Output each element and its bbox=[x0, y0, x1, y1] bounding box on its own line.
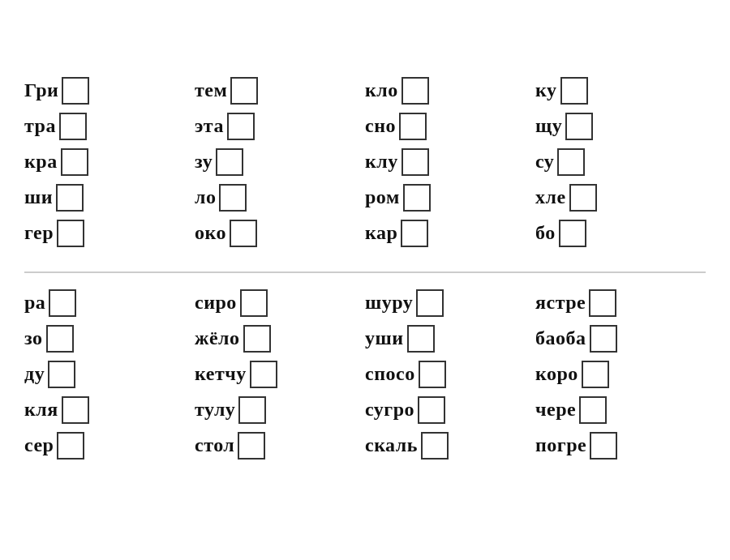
answer-box[interactable] bbox=[421, 432, 449, 460]
word-row: бо bbox=[535, 220, 706, 247]
word-row: сер bbox=[24, 432, 195, 460]
answer-box[interactable] bbox=[582, 361, 609, 388]
word-row: тулу bbox=[195, 396, 365, 424]
word-row: клу bbox=[365, 148, 535, 176]
word-prefix: сиро bbox=[195, 292, 237, 314]
word-row: ло bbox=[195, 184, 365, 212]
word-prefix: тулу bbox=[195, 399, 235, 421]
word-prefix: чере bbox=[535, 399, 576, 421]
word-prefix: шуру bbox=[365, 292, 413, 314]
answer-box[interactable] bbox=[590, 432, 617, 460]
answer-box[interactable] bbox=[243, 325, 271, 353]
word-row: кетчу bbox=[195, 361, 365, 388]
word-row: кар bbox=[365, 220, 535, 247]
answer-box[interactable] bbox=[48, 361, 75, 388]
answer-box[interactable] bbox=[227, 113, 255, 140]
answer-box[interactable] bbox=[399, 113, 427, 140]
word-row: спосо bbox=[365, 361, 535, 388]
answer-box[interactable] bbox=[46, 325, 74, 353]
column-col1: Гритракрашигер bbox=[24, 77, 195, 247]
word-prefix: баоба bbox=[535, 327, 586, 349]
word-prefix: зу bbox=[195, 151, 213, 173]
word-row: тра bbox=[24, 113, 195, 140]
answer-box[interactable] bbox=[418, 396, 445, 424]
word-row: Гри bbox=[24, 77, 195, 105]
column-col8: ястребаобакорочерепогре bbox=[535, 289, 706, 460]
answer-box[interactable] bbox=[589, 289, 616, 317]
answer-box[interactable] bbox=[579, 396, 607, 424]
answer-box[interactable] bbox=[250, 361, 277, 388]
word-row: сиро bbox=[195, 289, 365, 317]
word-prefix: погре bbox=[535, 434, 586, 456]
answer-box[interactable] bbox=[219, 184, 247, 212]
word-row: кра bbox=[24, 148, 195, 176]
answer-box[interactable] bbox=[238, 396, 266, 424]
answer-box[interactable] bbox=[62, 396, 89, 424]
word-row: гер bbox=[24, 220, 195, 247]
word-row: жёло bbox=[195, 325, 365, 353]
word-prefix: Гри bbox=[24, 79, 58, 101]
column-col4: кущусухлебо bbox=[535, 77, 706, 247]
word-prefix: ром bbox=[365, 186, 400, 208]
word-row: коро bbox=[535, 361, 706, 388]
answer-box[interactable] bbox=[402, 148, 429, 176]
word-row: сугро bbox=[365, 396, 535, 424]
word-prefix: ку bbox=[535, 79, 557, 101]
answer-box[interactable] bbox=[57, 432, 84, 460]
word-row: ястре bbox=[535, 289, 706, 317]
answer-box[interactable] bbox=[61, 148, 88, 176]
word-row: сно bbox=[365, 113, 535, 140]
word-prefix: зо bbox=[24, 327, 43, 349]
word-prefix: скаль bbox=[365, 434, 418, 456]
word-prefix: коро bbox=[535, 363, 578, 385]
answer-box[interactable] bbox=[216, 148, 243, 176]
word-prefix: тем bbox=[195, 79, 227, 101]
word-prefix: кля bbox=[24, 399, 58, 421]
answer-box[interactable] bbox=[230, 220, 257, 247]
answer-box[interactable] bbox=[557, 148, 585, 176]
word-row: ши bbox=[24, 184, 195, 212]
answer-box[interactable] bbox=[59, 113, 87, 140]
word-row: око bbox=[195, 220, 365, 247]
word-prefix: ши bbox=[24, 186, 53, 208]
word-row: чере bbox=[535, 396, 706, 424]
answer-box[interactable] bbox=[240, 289, 268, 317]
answer-box[interactable] bbox=[565, 113, 593, 140]
answer-box[interactable] bbox=[238, 432, 265, 460]
answer-box[interactable] bbox=[62, 77, 89, 105]
word-prefix: сер bbox=[24, 434, 54, 456]
word-row: ду bbox=[24, 361, 195, 388]
answer-box[interactable] bbox=[230, 77, 258, 105]
word-prefix: уши bbox=[365, 327, 404, 349]
answer-box[interactable] bbox=[416, 289, 444, 317]
answer-box[interactable] bbox=[419, 361, 446, 388]
answer-box[interactable] bbox=[559, 220, 586, 247]
word-row: зу bbox=[195, 148, 365, 176]
word-row: погре bbox=[535, 432, 706, 460]
column-col7: шуруушиспососугроскаль bbox=[365, 289, 535, 460]
answer-box[interactable] bbox=[57, 220, 84, 247]
answer-box[interactable] bbox=[49, 289, 76, 317]
word-prefix: ло bbox=[195, 186, 216, 208]
word-row: баоба bbox=[535, 325, 706, 353]
word-prefix: тра bbox=[24, 115, 56, 137]
answer-box[interactable] bbox=[403, 184, 431, 212]
answer-box[interactable] bbox=[401, 220, 428, 247]
answer-box[interactable] bbox=[569, 184, 597, 212]
word-prefix: око bbox=[195, 222, 226, 244]
answer-box[interactable] bbox=[590, 325, 617, 353]
answer-box[interactable] bbox=[56, 184, 84, 212]
word-prefix: су bbox=[535, 151, 554, 173]
word-prefix: клу bbox=[365, 151, 398, 173]
word-row: эта bbox=[195, 113, 365, 140]
word-row: щу bbox=[535, 113, 706, 140]
word-prefix: хле bbox=[535, 186, 566, 208]
word-row: уши bbox=[365, 325, 535, 353]
answer-box[interactable] bbox=[407, 325, 435, 353]
word-prefix: кар bbox=[365, 222, 397, 244]
word-prefix: жёло bbox=[195, 327, 240, 349]
answer-box[interactable] bbox=[560, 77, 588, 105]
column-col6: сирожёлокетчутулустол bbox=[195, 289, 365, 460]
answer-box[interactable] bbox=[402, 77, 429, 105]
word-prefix: спосо bbox=[365, 363, 415, 385]
